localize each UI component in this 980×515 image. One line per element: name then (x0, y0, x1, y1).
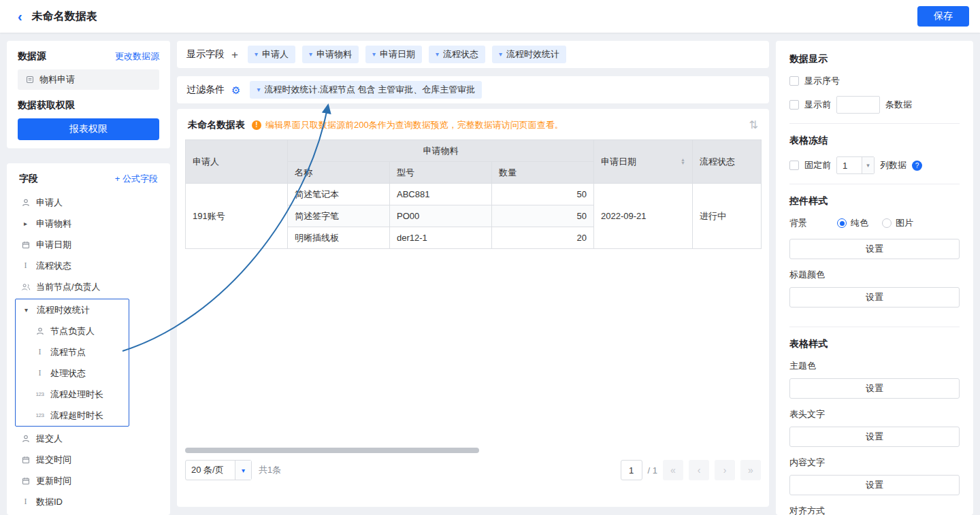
title-color-set-button[interactable]: 设置 (789, 287, 960, 308)
field-item[interactable]: I处理状态 (16, 363, 129, 384)
cell-date: 2022-09-21 (594, 184, 693, 249)
field-label: 流程时效统计 (37, 304, 90, 316)
field-item[interactable]: ▾流程时效统计 (16, 299, 129, 320)
column-header-date[interactable]: 申请日期 ▲▼ (594, 140, 693, 184)
text-icon: I (20, 497, 31, 507)
show-first-count-input[interactable] (836, 96, 880, 114)
cell-name: 简述签字笔 (288, 205, 390, 227)
text-icon: I (20, 261, 31, 271)
field-item[interactable]: I流程状态 (15, 255, 162, 276)
field-item[interactable]: 申请人 (15, 192, 162, 213)
field-item[interactable]: 申请日期 (15, 234, 162, 255)
settings-panel: 数据显示 显示序号 显示前 条数据 表格冻结 固定前 1 ▾ 列数据 ? 控件样… (776, 41, 973, 515)
chevron-down-icon: ▾ (436, 51, 439, 58)
num-icon: 123 (35, 391, 45, 397)
field-item[interactable]: 提交人 (15, 428, 162, 449)
chip-label: 申请人 (262, 48, 289, 61)
add-formula-field-button[interactable]: + 公式字段 (115, 173, 158, 185)
report-permission-button[interactable]: 报表权限 (18, 118, 159, 140)
cell-qty: 50 (492, 205, 594, 227)
column-sort-icon[interactable]: ▲▼ (681, 159, 685, 165)
theme-color-label: 主题色 (789, 360, 960, 372)
calendar-icon (20, 477, 31, 485)
horizontal-scrollbar[interactable] (185, 448, 761, 453)
field-item[interactable]: 当前节点/负责人 (15, 276, 162, 297)
column-header-status[interactable]: 流程状态 (693, 140, 762, 184)
current-page-input[interactable]: 1 (621, 460, 642, 480)
num-icon: 123 (35, 412, 45, 418)
display-field-chip[interactable]: ▾流程状态 (429, 46, 485, 63)
display-field-chip[interactable]: ▾申请物料 (302, 46, 359, 63)
question-icon[interactable]: ? (912, 161, 922, 171)
bg-solid-radio[interactable]: 纯色 (837, 217, 868, 229)
data-display-title: 数据显示 (789, 53, 960, 65)
add-display-field-icon[interactable]: + (231, 49, 238, 61)
display-field-chip[interactable]: ▾流程时效统计 (492, 46, 566, 63)
top-bar: ‹ 未命名数据表 保存 (0, 0, 980, 33)
next-page-button[interactable]: › (715, 460, 735, 480)
pagination-bar: 20 条/页 ▾ 共1条 1 / 1 « ‹ › » (185, 460, 761, 480)
field-item[interactable]: I流程节点 (16, 342, 129, 363)
column-header-model[interactable]: 型号 (390, 162, 492, 184)
column-header-materials[interactable]: 申请物料 (288, 140, 594, 162)
column-header-qty[interactable]: 数量 (492, 162, 594, 184)
sort-order-icon[interactable]: ⇅ (749, 118, 758, 131)
field-label: 流程状态 (36, 260, 71, 272)
save-button[interactable]: 保存 (917, 6, 969, 27)
show-index-checkbox[interactable] (789, 76, 799, 86)
prev-page-button[interactable]: ‹ (689, 460, 709, 480)
freeze-suffix: 列数据 (880, 159, 906, 171)
show-first-checkbox[interactable] (789, 100, 799, 110)
content-text-set-button[interactable]: 设置 (789, 475, 960, 495)
field-item[interactable]: I数据ID (15, 491, 162, 512)
info-icon: ! (252, 120, 261, 130)
back-icon[interactable]: ‹ (18, 10, 22, 23)
page-of-label: / 1 (648, 465, 657, 476)
field-item[interactable]: ▸申请物料 (15, 213, 162, 234)
display-field-chip[interactable]: ▾申请人 (248, 46, 295, 63)
gear-icon[interactable]: ⚙ (231, 85, 240, 95)
field-item[interactable]: 123流程超时时长 (16, 405, 129, 426)
field-label: 当前节点/负责人 (36, 281, 101, 293)
field-item[interactable]: 123流程处理时长 (16, 384, 129, 405)
display-field-chip[interactable]: ▾申请日期 (365, 46, 422, 63)
background-set-button[interactable]: 设置 (789, 239, 960, 259)
preview-table: 申请人 申请物料 申请日期 ▲▼ 流程状态 名称 型号 数量 191账号简述笔记… (185, 139, 762, 249)
display-fields-label: 显示字段 (186, 48, 225, 61)
header-text-set-button[interactable]: 设置 (789, 427, 960, 447)
chevron-down-icon: ▾ (235, 461, 251, 480)
chip-label: 流程状态 (443, 48, 478, 61)
theme-color-set-button[interactable]: 设置 (789, 378, 960, 399)
scrollbar-thumb[interactable] (185, 448, 479, 453)
field-item[interactable]: 更新时间 (15, 470, 162, 491)
title-color-label: 标题颜色 (789, 269, 960, 281)
filter-condition-chip[interactable]: ▾ 流程时效统计.流程节点 包含 主管审批、仓库主管审批 (250, 81, 482, 99)
cell-qty: 20 (492, 227, 594, 249)
page-size-select[interactable]: 20 条/页 ▾ (185, 460, 252, 480)
widget-style-title: 控件样式 (789, 195, 960, 207)
cell-name: 明晰插线板 (288, 227, 390, 249)
field-label: 申请日期 (36, 239, 71, 251)
column-header-applicant[interactable]: 申请人 (186, 140, 288, 184)
filter-label: 过滤条件 (186, 84, 225, 96)
cell-status: 进行中 (693, 184, 762, 249)
first-page-button[interactable]: « (663, 460, 683, 480)
chevron-down-icon: ▾ (309, 51, 312, 58)
bg-image-radio[interactable]: 图片 (882, 217, 913, 229)
filter-bar: 过滤条件 ⚙ ▾ 流程时效统计.流程节点 包含 主管审批、仓库主管审批 (177, 76, 769, 103)
field-item[interactable]: 提交时间 (15, 449, 162, 470)
person-icon (20, 199, 31, 207)
freeze-count-select[interactable]: 1 ▾ (836, 156, 875, 174)
chevron-down-icon: ▾ (862, 157, 874, 173)
column-header-name[interactable]: 名称 (288, 162, 390, 184)
table-card: 未命名数据表 ! 编辑界面只取数据源前200条作为查询数据预览，完整数据请访问页… (177, 109, 769, 507)
last-page-button[interactable]: » (740, 460, 761, 480)
filter-condition-text: 流程时效统计.流程节点 包含 主管审批、仓库主管审批 (264, 84, 475, 96)
freeze-title: 表格冻结 (789, 135, 960, 147)
datasource-item[interactable]: 物料申请 (18, 69, 159, 90)
freeze-checkbox[interactable] (789, 161, 799, 170)
field-item[interactable]: 节点负责人 (16, 320, 129, 342)
caret-down-icon: ▾ (21, 306, 31, 314)
change-datasource-link[interactable]: 更改数据源 (115, 50, 159, 63)
radio-icon (882, 218, 892, 228)
